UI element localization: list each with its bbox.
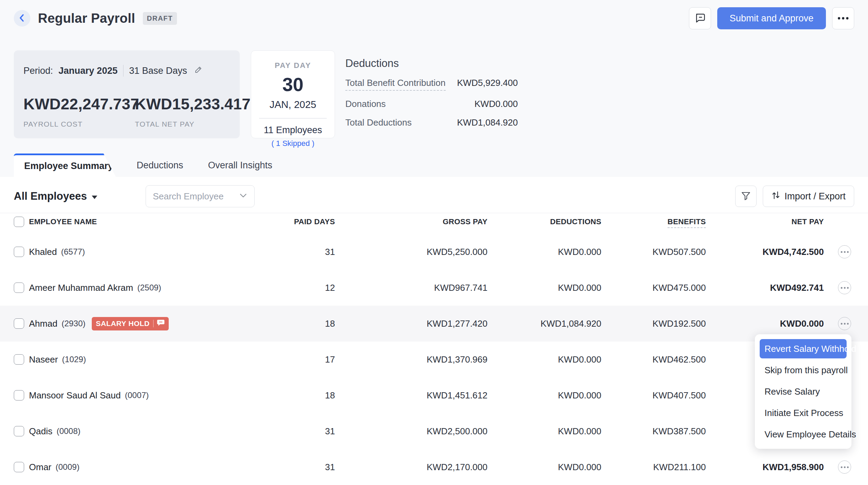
cell-deductions: KWD0.000 [487,247,601,257]
menu-item-view-employee-details[interactable]: View Employee Details [760,425,847,444]
cell-gross-pay: KWD2,170.000 [335,462,487,473]
filter-button[interactable] [735,186,757,207]
total-deductions-label: Total Deductions [345,117,412,128]
menu-item-revise-salary[interactable]: Revise Salary [760,382,847,401]
tab-overall-insights[interactable]: Overall Insights [208,154,272,177]
column-net-pay: NET PAY [706,217,824,226]
tab-content: All Employees Search Employee [0,177,868,485]
payroll-cost-label: PAYROLL COST [23,120,135,128]
period-card: Period: January 2025 31 Base Days KWD22,… [14,50,240,138]
row-checkbox[interactable] [14,247,24,257]
row-checkbox[interactable] [14,462,24,472]
row-checkbox[interactable] [14,283,24,293]
select-all-checkbox[interactable] [14,217,24,227]
table-row[interactable]: Omar(0009) 31 KWD2,170.000 KWD0.000 KWD2… [0,449,868,485]
table-row[interactable]: Ameer Muhammad Akram(2509) 12 KWD967.741… [0,270,868,306]
submit-and-approve-button[interactable]: Submit and Approve [717,7,826,29]
cell-benefits: KWD462.500 [601,354,706,365]
row-actions-button[interactable] [838,461,851,474]
table-row[interactable]: Mansoor Saud Al Saud(0007) 18 KWD1,451.6… [0,377,868,413]
salary-hold-label: SALARY HOLD [96,319,150,328]
payday-employee-count: 11 Employees [251,125,335,136]
comments-button[interactable] [689,7,711,29]
salary-hold-badge[interactable]: SALARY HOLD [92,317,169,330]
row-checkbox[interactable] [14,318,24,329]
employee-id: (6577) [61,247,85,257]
speech-bubble-icon [694,12,706,24]
cell-deductions: KWD0.000 [487,426,601,437]
payday-month-year: JAN, 2025 [251,99,335,110]
employee-name: Ahmad [29,318,57,329]
employee-id: (2509) [137,283,161,293]
page-title: Regular Payroll [38,11,135,26]
back-button[interactable] [14,10,30,27]
cell-deductions: KWD1,084.920 [487,318,601,329]
import-export-button[interactable]: Import / Export [763,186,854,207]
cell-paid-days: 17 [242,354,335,365]
employee-id: (0008) [57,426,80,436]
period-label: Period: [23,66,53,76]
import-export-label: Import / Export [785,191,846,202]
column-paid-days: PAID DAYS [242,217,335,226]
payday-label: PAY DAY [251,61,335,70]
caret-down-icon [92,196,97,199]
cell-benefits: KWD407.500 [601,390,706,401]
top-section: Regular Payroll DRAFT Submit and Approve [0,0,868,177]
employee-filter-dropdown[interactable]: All Employees [14,190,97,202]
cell-deductions: KWD0.000 [487,354,601,365]
total-deductions-value: KWD1,084.920 [457,117,518,128]
ellipsis-icon [837,16,849,21]
employee-id: (1029) [62,355,86,364]
total-benefit-contribution-label[interactable]: Total Benefit Contribution [345,78,446,91]
table-row-salary-hold[interactable]: Ahmad (2930) SALARY HOLD 18 KWD1,277.420… [0,306,868,342]
more-actions-button[interactable] [832,7,854,29]
employee-name: Mansoor Saud Al Saud [29,390,121,401]
cell-deductions: KWD0.000 [487,283,601,293]
employee-name: Naseer [29,354,58,365]
menu-item-revert-salary-withhold[interactable]: Revert Salary Withhold [760,339,847,358]
tab-bar: Employee Summary Deductions Overall Insi… [14,154,854,177]
total-net-pay-label: TOTAL NET PAY [135,120,250,128]
chevron-left-icon [18,13,26,23]
row-checkbox[interactable] [14,390,24,400]
total-net-pay-value: KWD15,233.417 [135,95,250,113]
employee-name: Qadis [29,426,52,437]
employee-id: (2930) [61,319,85,328]
cell-paid-days: 18 [242,318,335,329]
tab-employee-summary[interactable]: Employee Summary [14,154,116,177]
cell-benefits: KWD211.100 [601,462,706,473]
table-row[interactable]: Khaled(6577) 31 KWD5,250.000 KWD0.000 KW… [0,234,868,270]
row-actions-button[interactable] [838,281,851,294]
row-actions-button[interactable] [838,245,851,258]
cell-net-pay: KWD0.000 [780,318,824,329]
menu-item-initiate-exit-process[interactable]: Initiate Exit Process [760,403,847,423]
column-benefits[interactable]: BENEFITS [668,217,706,228]
employee-name: Khaled [29,247,57,257]
cell-deductions: KWD0.000 [487,462,601,473]
row-checkbox[interactable] [14,426,24,436]
edit-pencil-icon[interactable] [194,65,203,77]
arrows-up-down-icon [771,190,780,203]
tab-deductions[interactable]: Deductions [137,154,183,177]
cell-deductions: KWD0.000 [487,390,601,401]
cell-gross-pay: KWD967.741 [335,283,487,293]
cell-gross-pay: KWD1,370.969 [335,354,487,365]
menu-item-skip-from-payroll[interactable]: Skip from this payroll [760,360,847,380]
cell-paid-days: 31 [242,247,335,257]
skipped-employees-link[interactable]: ( 1 Skipped ) [251,139,335,148]
cell-paid-days: 31 [242,426,335,437]
cell-gross-pay: KWD5,250.000 [335,247,487,257]
search-placeholder: Search Employee [153,191,224,202]
cell-paid-days: 12 [242,283,335,293]
cell-benefits: KWD387.500 [601,426,706,437]
table-row[interactable]: Naseer(1029) 17 KWD1,370.969 KWD0.000 KW… [0,342,868,377]
row-actions-button[interactable] [838,317,851,330]
cell-gross-pay: KWD1,277.420 [335,318,487,329]
employee-filter-label: All Employees [14,190,87,202]
funnel-icon [741,191,751,202]
speech-bubble-icon [157,319,165,328]
search-employee-input[interactable]: Search Employee [146,185,255,207]
row-checkbox[interactable] [14,354,24,365]
row-context-menu: Revert Salary Withhold Skip from this pa… [755,334,851,449]
table-row[interactable]: Qadis(0008) 31 KWD2,500.000 KWD0.000 KWD… [0,413,868,449]
